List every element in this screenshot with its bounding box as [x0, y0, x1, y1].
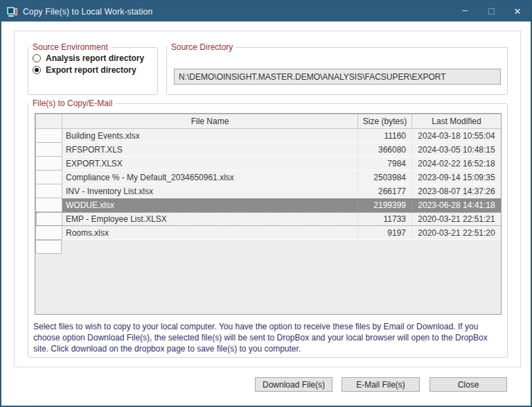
file-table-row[interactable]: EMP - Employee List.XLSX 11733 2020-03-2…	[36, 212, 502, 226]
file-table-row[interactable]: Building Events.xlsx 11160 2024-03-18 10…	[36, 129, 502, 143]
file-name-cell[interactable]: WODUE.xlsx	[62, 198, 358, 212]
file-modified-cell[interactable]: 2023-09-14 15:09:35	[412, 171, 502, 184]
file-size-cell[interactable]: 2199399	[358, 198, 412, 212]
radio-analysis-report-directory[interactable]: Analysis report directory	[33, 53, 157, 63]
file-size-cell[interactable]: 9197	[358, 226, 412, 240]
file-name-cell[interactable]: Building Events.xlsx	[62, 129, 358, 143]
row-selector[interactable]	[36, 198, 62, 212]
new-row-selector[interactable]	[35, 240, 62, 254]
file-name-cell[interactable]: INV - Inventory List.xlsx	[62, 184, 358, 198]
source-directory-label: Source Directory	[168, 42, 236, 52]
file-table-row[interactable]: INV - Inventory List.xlsx 266177 2023-08…	[36, 184, 502, 198]
minimize-icon: –	[462, 5, 467, 15]
files-group: File(s) to Copy/E-Mail File Name Size (b…	[28, 98, 508, 358]
email-files-button[interactable]: E-Mail File(s)	[342, 377, 420, 392]
file-modified-cell[interactable]: 2024-02-22 16:52:18	[412, 157, 502, 171]
file-size-cell[interactable]: 11160	[358, 129, 412, 143]
file-modified-cell[interactable]: 2023-06-28 14:41:18	[412, 198, 502, 212]
source-environment-group: Source Environment Analysis report direc…	[28, 42, 158, 95]
file-name-cell[interactable]: EMP - Employee List.XLSX	[62, 212, 358, 226]
column-header-size[interactable]: Size (bytes)	[358, 114, 412, 129]
radio-icon	[33, 66, 41, 74]
file-name-cell[interactable]: RFSPORT.XLS	[62, 143, 358, 157]
file-modified-cell[interactable]: 2024-03-18 10:55:04	[412, 129, 502, 143]
file-modified-cell[interactable]: 2020-03-21 22:51:21	[412, 212, 502, 226]
row-selector[interactable]	[36, 143, 62, 157]
file-name-cell[interactable]: Rooms.xlsx	[62, 226, 358, 240]
close-button[interactable]: ✕	[504, 1, 531, 21]
instruction-text: Select files to wish to copy to your loc…	[33, 322, 504, 354]
window-title: Copy File(s) to Local Work-station	[23, 7, 152, 17]
radio-label: Analysis report directory	[46, 53, 144, 63]
row-selector[interactable]	[36, 171, 62, 184]
close-icon: ✕	[514, 6, 522, 17]
files-group-label: File(s) to Copy/E-Mail	[30, 98, 115, 108]
file-modified-cell[interactable]: 2020-03-21 22:51:20	[412, 226, 502, 240]
file-modified-cell[interactable]: 2023-08-07 14:37:26	[412, 184, 502, 198]
content-panel: Source Environment Analysis report direc…	[14, 31, 521, 367]
source-environment-label: Source Environment	[30, 42, 111, 52]
maximize-button[interactable]	[478, 1, 504, 21]
file-size-cell[interactable]: 366080	[358, 143, 412, 157]
file-modified-cell[interactable]: 2024-03-05 10:48:15	[412, 143, 502, 157]
column-header-last-modified[interactable]: Last Modified	[412, 114, 502, 129]
row-selector-header[interactable]	[36, 114, 62, 129]
file-table-header-row: File Name Size (bytes) Last Modified	[36, 114, 502, 129]
source-directory-field[interactable]: N:\DEMO\OINSIGHT.MASTER.DEMO\ANALYSIS\FA…	[174, 69, 501, 85]
close-dialog-button[interactable]: Close	[429, 377, 507, 392]
radio-icon	[33, 54, 41, 62]
row-selector[interactable]	[36, 226, 62, 240]
maximize-icon	[488, 8, 495, 15]
minimize-button[interactable]: –	[452, 1, 478, 21]
file-table: File Name Size (bytes) Last Modified Bui…	[35, 113, 502, 315]
dialog-window: Copy File(s) to Local Work-station – ✕ S…	[0, 0, 532, 407]
file-size-cell[interactable]: 7984	[358, 157, 412, 171]
file-name-cell[interactable]: EXPORT.XLSX	[62, 157, 358, 171]
row-selector[interactable]	[36, 212, 62, 226]
row-selector[interactable]	[36, 129, 62, 143]
file-table-body: Building Events.xlsx 11160 2024-03-18 10…	[36, 129, 502, 240]
download-files-button[interactable]: Download File(s)	[255, 377, 332, 392]
row-selector[interactable]	[36, 157, 62, 171]
file-size-cell[interactable]: 11733	[358, 212, 412, 226]
radio-export-report-directory[interactable]: Export report directory	[33, 65, 157, 75]
row-selector[interactable]	[36, 184, 62, 198]
file-size-cell[interactable]: 266177	[358, 184, 412, 198]
file-table-row[interactable]: WODUE.xlsx 2199399 2023-06-28 14:41:18	[36, 198, 502, 212]
file-table-row[interactable]: Rooms.xlsx 9197 2020-03-21 22:51:20	[36, 226, 502, 240]
file-size-cell[interactable]: 2503984	[358, 171, 412, 184]
app-icon	[7, 7, 18, 17]
column-header-file-name[interactable]: File Name	[62, 114, 358, 129]
source-directory-group: Source Directory N:\DEMO\OINSIGHT.MASTER…	[166, 42, 508, 95]
file-table-row[interactable]: RFSPORT.XLS 366080 2024-03-05 10:48:15	[36, 143, 502, 157]
title-bar: Copy File(s) to Local Work-station – ✕	[1, 1, 531, 21]
file-table-row[interactable]: EXPORT.XLSX 7984 2024-02-22 16:52:18	[36, 157, 502, 171]
radio-label: Export report directory	[46, 65, 136, 75]
file-name-cell[interactable]: Compliance % - My Default_2034650961.xls…	[62, 171, 358, 184]
file-table-row[interactable]: Compliance % - My Default_2034650961.xls…	[36, 171, 502, 184]
